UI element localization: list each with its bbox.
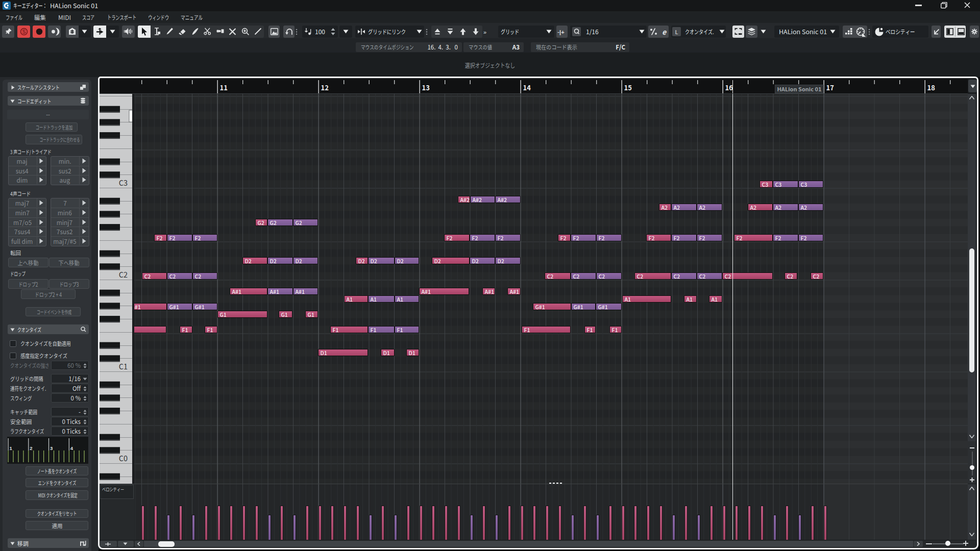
svg-text:4: 4 bbox=[70, 445, 74, 451]
svg-text:1: 1 bbox=[10, 445, 13, 451]
svg-text:2: 2 bbox=[30, 445, 32, 451]
svg-text:3: 3 bbox=[50, 445, 53, 451]
svg-text:C0: C0 bbox=[119, 453, 128, 463]
svg-text:C1: C1 bbox=[119, 361, 128, 371]
svg-text:C4: C4 bbox=[119, 94, 128, 96]
svg-text:C2: C2 bbox=[119, 269, 128, 280]
svg-text:S: S bbox=[22, 29, 26, 35]
svg-text:C3: C3 bbox=[119, 177, 128, 188]
